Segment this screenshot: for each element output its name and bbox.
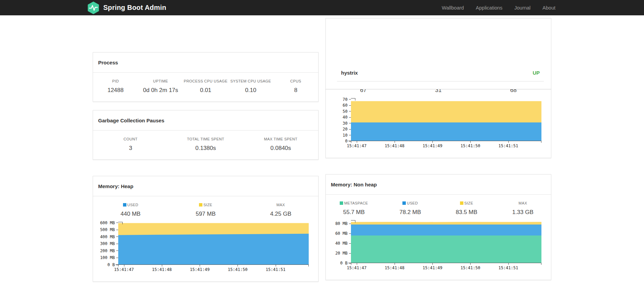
threads-chart-x-axis: 15:41:4715:41:4815:41:4915:41:5015:41:51 [351,143,541,149]
metric-cpus: CPUS 8 [273,78,318,94]
metric-heap-used: USED 440 MB [93,202,168,218]
metric-nonheap-used: USED 78.2 MB [382,200,438,216]
metric-heap-max: MAX 4.25 GB [243,202,318,218]
memory-nonheap-chart: 80 MB60 MB40 MB20 MB0 B 15:41:4715:41:48… [330,220,541,271]
brand-title: Spring Boot Admin [103,4,166,12]
nav-item-applications[interactable]: Applications [474,5,504,11]
application-name: hystrix [341,70,358,76]
memory-heap-legend: USED 440 MB SIZE 597 MB MAX 4 [93,196,318,218]
heap-used-legend-square [123,203,126,207]
gc-metrics: COUNT 3 TOTAL TIME SPENT 0.1380s MAX TIM… [93,131,318,152]
memory-nonheap-card: Memory: Non heap METASPACE 55.7 MB USED … [325,174,551,280]
gc-card-title: Garbage Collection Pauses [98,117,313,124]
metric-gc-total-time: TOTAL TIME SPENT 0.1380s [168,136,243,152]
memory-nonheap-card-title: Memory: Non heap [331,181,546,188]
main-content: Process PID 12488 UPTIME 0d 0h 2m 17s PR… [93,0,551,282]
application-status-card: hystrix UP [325,18,551,89]
status-badge: UP [533,70,540,76]
nonheap-chart-plot-area [351,220,541,263]
left-column: Process PID 12488 UPTIME 0d 0h 2m 17s PR… [93,52,319,282]
gc-card: Garbage Collection Pauses COUNT 3 TOTAL … [93,110,319,160]
process-metrics: PID 12488 UPTIME 0d 0h 2m 17s PROCESS CP… [93,73,318,94]
memory-nonheap-legend: METASPACE 55.7 MB USED 78.2 MB SIZE [326,195,551,216]
metric-nonheap-size: SIZE 83.5 MB [439,200,495,216]
heap-size-legend-square [199,203,202,207]
nonheap-chart-y-axis: 80 MB60 MB40 MB20 MB0 B [330,220,351,263]
heap-chart-y-axis: 600 MB500 MB400 MB300 MB200 MB100 MB0 B [97,222,118,265]
heap-chart-x-axis: 15:41:4715:41:4815:41:4915:41:5015:41:51 [118,267,309,273]
metric-gc-count: COUNT 3 [93,136,168,152]
nav-item-journal[interactable]: Journal [513,5,533,11]
threads-chart-plot-area [351,98,541,141]
nonheap-used-legend-square [402,201,406,205]
right-column: hystrix UP Threads LIVE 67 [325,52,551,282]
nav-item-about[interactable]: About [541,5,557,11]
application-row-hystrix[interactable]: hystrix UP [337,66,544,81]
metric-gc-max-time: MAX TIME SPENT 0.0840s [243,136,318,152]
metric-nonheap-max: MAX 1.33 GB [495,200,551,216]
brand-link[interactable]: Spring Boot Admin [87,1,166,14]
memory-heap-chart: 600 MB500 MB400 MB300 MB200 MB100 MB0 B … [97,222,309,273]
heap-chart-plot-area [118,222,309,265]
metric-uptime: UPTIME 0d 0h 2m 17s [138,78,183,94]
nonheap-chart-x-axis: 15:41:4715:41:4815:41:4915:41:5015:41:51 [351,265,541,271]
spring-boot-admin-logo-icon [87,1,100,14]
metric-process-cpu-usage: PROCESS CPU USAGE 0.01 [183,78,228,94]
nav-item-wallboard[interactable]: Wallboard [440,5,466,11]
top-navbar: Spring Boot Admin Wallboard Applications… [0,0,644,15]
threads-chart-y-axis: 706050403020100 [330,98,351,141]
nonheap-metaspace-legend-square [340,201,343,205]
navbar-links: Wallboard Applications Journal About [432,5,557,11]
threads-chart: 706050403020100 15:41:4715:41:4815:41:49… [330,98,541,149]
metric-nonheap-metaspace: METASPACE 55.7 MB [326,200,382,216]
nonheap-size-legend-square [460,201,463,205]
metric-system-cpu-usage: SYSTEM CPU USAGE 0.10 [228,78,273,94]
memory-heap-card: Memory: Heap USED 440 MB SIZE 597 MB [93,176,319,282]
memory-heap-card-title: Memory: Heap [98,183,313,190]
process-card-title: Process [98,59,313,66]
metric-heap-size: SIZE 597 MB [168,202,243,218]
metric-pid: PID 12488 [93,78,138,94]
process-card: Process PID 12488 UPTIME 0d 0h 2m 17s PR… [93,52,319,102]
